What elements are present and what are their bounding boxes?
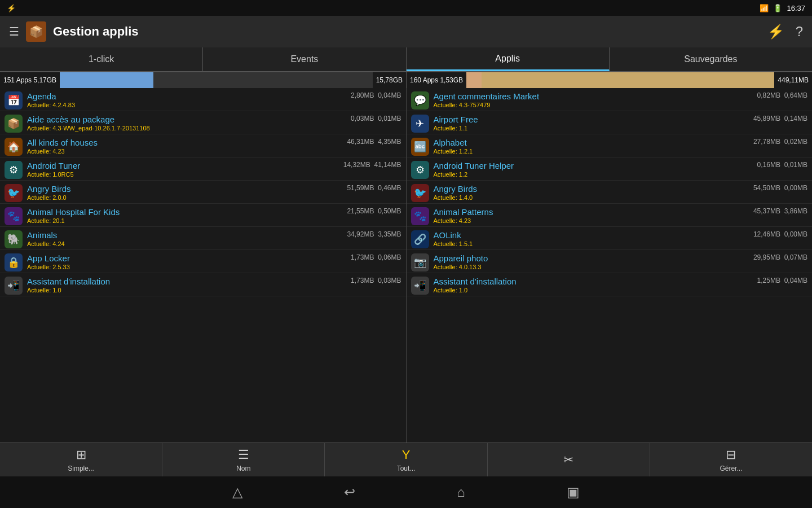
nom-label: Nom — [236, 465, 250, 472]
list-item[interactable]: 🐦 Angry Birds Actuelle: 1.4.0 54,50MB 0,… — [407, 181, 813, 204]
app-name: Angry Birds — [27, 184, 345, 194]
app-version: Actuelle: 1.2.1 — [434, 148, 751, 155]
app-info: Angry Birds Actuelle: 1.4.0 — [434, 184, 751, 201]
app-name: Animal Hospital For Kids — [27, 207, 345, 217]
app-sizes: 45,37MB 3,86MB — [753, 207, 807, 215]
app-sizes: 34,92MB 3,35MB — [347, 230, 401, 238]
app-version: Actuelle: 1.0 — [434, 287, 755, 294]
app-info: Animal Patterns Actuelle: 4.23 — [434, 207, 751, 224]
app-icon: 📲 — [411, 277, 429, 295]
list-item[interactable]: 📷 Appareil photo Actuelle: 4.0.13.3 29,9… — [407, 250, 813, 273]
app-info: Android Tuner Actuelle: 1.0RC5 — [27, 161, 341, 178]
app-sizes: 54,50MB 0,00MB — [753, 184, 807, 192]
toolbar-tout[interactable]: Y Tout... — [325, 443, 487, 476]
grid-icon: ⊞ — [76, 448, 86, 462]
app-version: Actuelle: 4.2.4.83 — [27, 102, 348, 108]
app-sizes: 2,80MB 0,04MB — [351, 91, 401, 99]
app-sizes: 0,16MB 0,01MB — [757, 161, 807, 169]
list-item[interactable]: 🐾 Animal Patterns Actuelle: 4.23 45,37MB… — [407, 204, 813, 227]
app-sizes: 45,89MB 0,14MB — [753, 115, 807, 122]
app-icon: 🐦 — [5, 184, 23, 202]
tab-applis[interactable]: Applis — [407, 47, 610, 71]
title-right: ⚡ ? — [767, 24, 803, 40]
app-icon: 🔗 — [411, 230, 429, 248]
app-sizes: 29,95MB 0,07MB — [753, 253, 807, 261]
app-sizes: 1,73MB 0,06MB — [351, 253, 401, 261]
tabs: 1-click Events Applis Sauvegardes — [0, 47, 812, 72]
list-item[interactable]: 📦 Aide accès au package Actuelle: 4.3-WW… — [0, 111, 406, 134]
toolbar-tools[interactable]: ✂ — [488, 443, 650, 476]
list-item[interactable]: 📅 Agenda Actuelle: 4.2.4.83 2,80MB 0,04M… — [0, 88, 406, 111]
app-icon: 📷 — [411, 253, 429, 271]
app-version: Actuelle: 4.3-WW_epad-10.26.1.7-20131108 — [27, 125, 348, 132]
nav-bar: △ ↩ ⌂ ▣ — [0, 476, 812, 508]
list-item[interactable]: 🐦 Angry Birds Actuelle: 2.0.0 51,59MB 0,… — [0, 181, 406, 204]
filter-adjust-icon[interactable]: ⚡ — [767, 24, 784, 40]
list-item[interactable]: 🔗 AOLink Actuelle: 1.5.1 12,46MB 0,00MB — [407, 227, 813, 250]
list-item[interactable]: 💬 Agent commentaires Market Actuelle: 4.… — [407, 88, 813, 111]
app-name: App Locker — [27, 253, 348, 263]
app-icon: 📅 — [5, 91, 23, 110]
app-version: Actuelle: 2.5.33 — [27, 264, 348, 270]
app-info: Assistant d'installation Actuelle: 1.0 — [434, 277, 755, 294]
app-list: 📅 Agenda Actuelle: 4.2.4.83 2,80MB 0,04M… — [0, 88, 812, 443]
list-item[interactable]: 📲 Assistant d'installation Actuelle: 1.0… — [407, 273, 813, 296]
list-item[interactable]: 🐾 Animal Hospital For Kids Actuelle: 20.… — [0, 204, 406, 227]
bottom-toolbar: ⊞ Simple... ☰ Nom Y Tout... ✂ ⊟ Gérer... — [0, 443, 812, 476]
app-info: Agenda Actuelle: 4.2.4.83 — [27, 91, 348, 108]
list-item[interactable]: ⚙ Android Tuner Helper Actuelle: 1.2 0,1… — [407, 157, 813, 181]
battery-icon: 🔋 — [773, 4, 782, 12]
app-icon: 🔒 — [5, 253, 23, 271]
list-item[interactable]: 🏠 All kinds of houses Actuelle: 4.23 46,… — [0, 134, 406, 157]
left-app-count: 151 Apps 5,17GB — [0, 76, 60, 84]
right-storage-bar — [466, 72, 774, 88]
gerer-label: Gérer... — [720, 465, 742, 472]
toolbar-simple[interactable]: ⊞ Simple... — [0, 443, 162, 476]
app-icon: 💬 — [411, 91, 429, 110]
app-name: Alphabet — [434, 138, 751, 147]
list-item[interactable]: ✈ Airport Free Actuelle: 1.1 45,89MB 0,1… — [407, 111, 813, 134]
help-icon[interactable]: ? — [796, 24, 803, 40]
app-icon: ⚙ — [5, 161, 23, 179]
status-left: ⚡ — [7, 4, 16, 12]
app-sizes: 12,46MB 0,00MB — [753, 230, 807, 238]
app-name: Animals — [27, 230, 345, 240]
app-info: Appareil photo Actuelle: 4.0.13.3 — [434, 253, 751, 270]
app-version: Actuelle: 1.5.1 — [434, 240, 751, 247]
list-item[interactable]: 📲 Assistant d'installation Actuelle: 1.0… — [0, 273, 406, 296]
app-title: Gestion applis — [53, 24, 139, 39]
app-sizes: 27,78MB 0,02MB — [753, 138, 807, 146]
app-name: Assistant d'installation — [434, 277, 755, 286]
toolbar-nom[interactable]: ☰ Nom — [162, 443, 325, 476]
nav-recent[interactable]: ▣ — [567, 484, 580, 500]
nav-back-arrow[interactable]: ↩ — [344, 484, 355, 500]
app-name: AOLink — [434, 230, 751, 240]
app-sizes: 1,73MB 0,03MB — [351, 277, 401, 284]
app-info: AOLink Actuelle: 1.5.1 — [434, 230, 751, 247]
time-display: 16:37 — [787, 4, 805, 12]
tab-sauvegardes[interactable]: Sauvegardes — [610, 47, 812, 71]
app-info: Agent commentaires Market Actuelle: 4.3-… — [434, 91, 755, 108]
storage-bars: 151 Apps 5,17GB 15,78GB 160 Apps 1,53GB … — [0, 72, 812, 88]
nav-home[interactable]: ⌂ — [457, 484, 465, 500]
tout-label: Tout... — [397, 465, 416, 472]
list-item[interactable]: 🔒 App Locker Actuelle: 2.5.33 1,73MB 0,0… — [0, 250, 406, 273]
left-storage-size: 15,78GB — [373, 76, 406, 84]
menu-icon[interactable]: ☰ — [9, 25, 19, 38]
app-version: Actuelle: 4.23 — [434, 217, 751, 224]
list-item[interactable]: 🔤 Alphabet Actuelle: 1.2.1 27,78MB 0,02M… — [407, 134, 813, 157]
app-icon: 📦 — [26, 21, 46, 42]
app-info: Airport Free Actuelle: 1.1 — [434, 115, 751, 132]
tab-1click[interactable]: 1-click — [0, 47, 203, 71]
app-name: Agenda — [27, 91, 348, 101]
list-item[interactable]: 🐘 Animals Actuelle: 4.24 34,92MB 3,35MB — [0, 227, 406, 250]
sort-icon: ☰ — [238, 448, 249, 462]
list-item[interactable]: ⚙ Android Tuner Actuelle: 1.0RC5 14,32MB… — [0, 157, 406, 181]
toolbar-gerer[interactable]: ⊟ Gérer... — [650, 443, 812, 476]
nav-back[interactable]: △ — [232, 484, 242, 500]
app-sizes: 51,59MB 0,46MB — [347, 184, 401, 192]
filter-icon: Y — [402, 448, 411, 462]
tab-events[interactable]: Events — [203, 47, 406, 71]
storage-left: 151 Apps 5,17GB 15,78GB — [0, 72, 406, 88]
right-column: 💬 Agent commentaires Market Actuelle: 4.… — [407, 88, 813, 443]
